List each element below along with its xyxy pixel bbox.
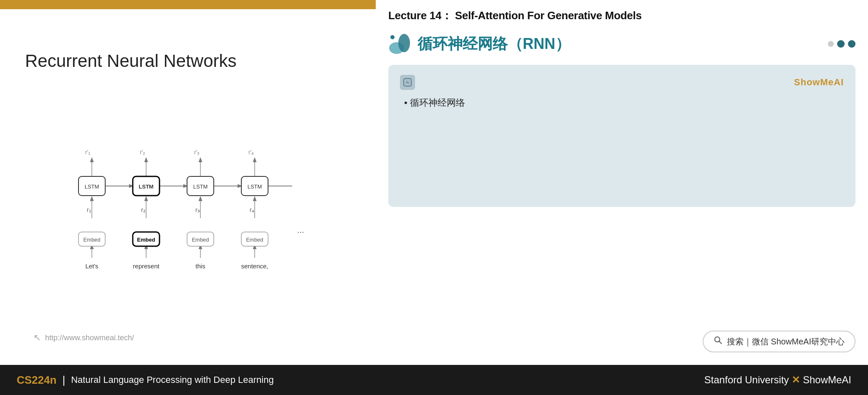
- stanford-text: Stanford University: [704, 374, 792, 385]
- nav-dot-1[interactable]: [828, 41, 834, 47]
- rnn-wave-icon: [388, 31, 413, 56]
- svg-point-50: [398, 34, 410, 52]
- svg-text:AI: AI: [405, 80, 409, 85]
- footer-url: http://www.showmeai.tech/: [45, 334, 134, 342]
- cursor-icon: ↖: [33, 332, 41, 343]
- svg-line-55: [719, 341, 721, 344]
- svg-text:r'₄: r'₄: [248, 149, 254, 155]
- ai-logo-icon: AI: [400, 75, 415, 90]
- bottom-subtitle: Natural Language Processing with Deep Le…: [71, 375, 274, 385]
- bottom-left: CS224n | Natural Language Processing wit…: [17, 374, 274, 387]
- search-text: 搜索｜微信 ShowMeAI研究中心: [727, 336, 845, 347]
- svg-text:Let's: Let's: [85, 262, 98, 270]
- svg-text:r₁: r₁: [87, 206, 91, 213]
- svg-text:r₄: r₄: [250, 206, 254, 213]
- search-icon: [714, 336, 723, 347]
- svg-text:LSTM: LSTM: [248, 183, 262, 190]
- svg-text:r'₃: r'₃: [194, 149, 200, 155]
- svg-text:LSTM: LSTM: [85, 183, 99, 190]
- svg-text:r₃: r₃: [195, 206, 200, 213]
- diagram-area: h₁ h₂ h₃ h₄ r₁ r₂ r₃ r₄ r'₁ r'₂ r'₃ r'₄: [25, 88, 351, 327]
- bottom-right: Stanford University ✕ ShowMeAI: [704, 374, 851, 386]
- svg-text:r'₂: r'₂: [140, 149, 145, 155]
- cs224n-badge: CS224n: [17, 374, 56, 387]
- rnn-section-title: 循环神经网络（RNN）: [418, 34, 570, 54]
- showmeai-text: ShowMeAI: [803, 374, 851, 385]
- lstm-diagram: h₁ h₂ h₃ h₄ r₁ r₂ r₃ r₄ r'₁ r'₂ r'₃ r'₄: [54, 137, 321, 279]
- search-box[interactable]: 搜索｜微信 ShowMeAI研究中心: [703, 331, 855, 352]
- x-separator: ✕: [792, 374, 800, 385]
- slide-top-bar: [0, 0, 376, 9]
- slide-footer: ↖ http://www.showmeai.tech/: [25, 327, 351, 348]
- rnn-header: 循环神经网络（RNN）: [388, 31, 855, 56]
- bottom-divider: |: [62, 374, 65, 387]
- card-header: AI ShowMeAI: [400, 75, 844, 90]
- svg-text:Embed: Embed: [137, 237, 155, 243]
- svg-text:...: ...: [297, 225, 304, 234]
- lecture-title: Lecture 14： Self-Attention For Generativ…: [388, 8, 855, 23]
- svg-text:sentence,: sentence,: [241, 262, 268, 270]
- nav-dot-3[interactable]: [848, 40, 855, 48]
- svg-text:this: this: [195, 262, 205, 270]
- card-bullet-item: 循环神经网络: [400, 97, 844, 109]
- content-card: AI ShowMeAI 循环神经网络: [388, 65, 855, 207]
- svg-text:LSTM: LSTM: [193, 183, 208, 190]
- svg-text:Embed: Embed: [246, 237, 263, 243]
- search-bar-container: 搜索｜微信 ShowMeAI研究中心: [388, 326, 855, 357]
- svg-text:Embed: Embed: [192, 237, 209, 243]
- right-panel: Lecture 14： Self-Attention For Generativ…: [376, 0, 868, 365]
- svg-point-51: [390, 35, 395, 39]
- slide-content: Recurrent Neural Networks: [0, 9, 376, 365]
- slide-panel: Recurrent Neural Networks: [0, 0, 376, 365]
- nav-dots: [828, 40, 855, 48]
- showmeai-brand: ShowMeAI: [794, 77, 844, 88]
- svg-text:r'₁: r'₁: [85, 149, 91, 155]
- svg-text:Embed: Embed: [83, 237, 100, 243]
- slide-title: Recurrent Neural Networks: [25, 51, 351, 71]
- main-content: Recurrent Neural Networks: [0, 0, 868, 365]
- svg-text:LSTM: LSTM: [139, 183, 153, 190]
- svg-text:r₂: r₂: [141, 206, 146, 213]
- svg-text:represent: represent: [133, 262, 159, 270]
- nav-dot-2[interactable]: [837, 40, 845, 48]
- bottom-bar: CS224n | Natural Language Processing wit…: [0, 365, 868, 395]
